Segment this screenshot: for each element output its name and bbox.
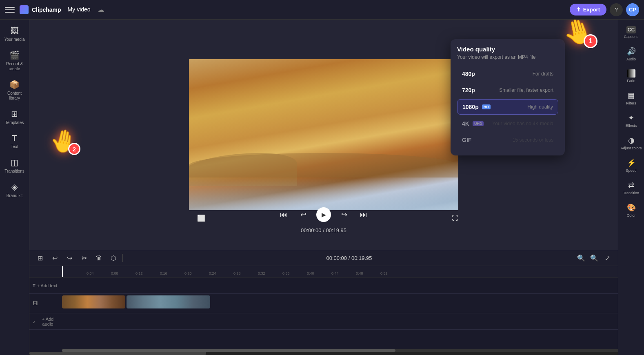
right-panel-speed[interactable]: ⚡ Speed [619, 155, 644, 176]
help-label: ? [615, 7, 617, 13]
audio-label: Audio [626, 57, 636, 61]
timeline-delete[interactable]: 🗑 [93, 252, 104, 264]
adjust-colors-label: Adjust colors [621, 146, 642, 150]
speed-icon: ⚡ [627, 158, 636, 167]
right-panel-audio[interactable]: 🔊 Audio [619, 44, 644, 64]
timeline-cut[interactable]: ✂ [78, 252, 90, 264]
quality-left-1080p: 1080p HD [462, 104, 491, 110]
timeline-ruler: 0:04 0:08 0:12 0:16 0:20 0:24 0:28 0:32 … [29, 266, 618, 277]
ruler-mark: 0:48 [356, 271, 363, 275]
quality-badge-uhd: UHD [473, 121, 484, 126]
caption-button[interactable]: ⬜ [197, 214, 205, 222]
project-name[interactable]: My video [66, 5, 92, 14]
ruler-mark: 0:16 [160, 271, 167, 275]
sidebar-label-brand-kit: Brand kit [7, 193, 22, 198]
fit-to-screen-button[interactable]: ⤢ [602, 252, 613, 264]
caption-icon: ⬜ [197, 215, 205, 222]
app-name: Clipchamp [32, 7, 61, 13]
timeline-magnetic-snap[interactable]: ⊞ [34, 252, 46, 264]
hamburger-menu[interactable] [5, 5, 15, 15]
export-button[interactable]: ⬆ Export [570, 4, 606, 16]
quality-option-gif[interactable]: GIF 15 seconds or less [457, 133, 558, 147]
your-media-icon: 🖼 [11, 26, 19, 36]
right-panel-captions[interactable]: CC Captions [619, 23, 644, 42]
sidebar-item-your-media[interactable]: 🖼 Your media [2, 23, 28, 45]
ruler-mark: 0:08 [111, 271, 118, 275]
quality-option-1080p[interactable]: 1080p HD High quality [457, 99, 558, 115]
timeline-redo[interactable]: ↪ [64, 252, 75, 264]
brand-kit-icon: ◈ [11, 182, 18, 192]
audio-track-row: ♪ + Add audio [29, 313, 618, 330]
quality-desc-1080p: High quality [527, 104, 553, 110]
play-button[interactable]: ▶ [316, 207, 331, 222]
text-track-row: T + Add text [29, 277, 618, 294]
audio-track-content [62, 313, 618, 329]
avatar-button[interactable]: CP [626, 3, 639, 16]
playhead[interactable] [62, 266, 63, 277]
sidebar-item-templates[interactable]: ⊞ Templates [2, 106, 28, 129]
skip-to-end-button[interactable]: ⏭ [357, 208, 370, 221]
export-icon: ⬆ [576, 7, 581, 13]
right-sidebar: CC Captions 🔊 Audio Fade ▤ Filters ✦ Eff… [618, 20, 644, 355]
ruler-marks: 0:04 0:08 0:12 0:16 0:20 0:24 0:28 0:32 … [62, 266, 618, 277]
bottom-scrollbar[interactable] [29, 352, 618, 355]
bottom-scrollbar-thumb[interactable] [29, 352, 206, 355]
video-clip-1[interactable] [62, 295, 125, 308]
ruler-mark: 0:24 [209, 271, 216, 275]
cursor-overlay-1: 🤚 1 [563, 20, 593, 44]
timeline-split[interactable]: ⬡ [108, 252, 119, 264]
quality-option-720p[interactable]: 720p Smaller file, faster export [457, 83, 558, 98]
quality-name-480p: 480p [462, 71, 475, 77]
video-track-label: 🎞 [29, 301, 62, 306]
timeline-undo[interactable]: ↩ [49, 252, 60, 264]
transition-icon: ⇄ [628, 181, 634, 190]
logo-icon [20, 5, 29, 14]
forward-button[interactable]: ↪ [338, 208, 351, 221]
timeline-toolbar-divider [122, 254, 123, 262]
sidebar-label-templates: Templates [5, 120, 24, 125]
audio-track-label: ♪ + Add audio [29, 317, 62, 326]
right-panel-color[interactable]: 🎨 Color [619, 200, 644, 221]
hand-cursor-1: 🤚 [560, 20, 596, 48]
record-create-icon: 🎬 [9, 50, 20, 60]
right-panel-adjust-colors[interactable]: ◑ Adjust colors [619, 133, 644, 153]
add-text-button[interactable]: + Add text [37, 283, 57, 288]
sidebar-item-brand-kit[interactable]: ◈ Brand kit [2, 179, 28, 202]
add-audio-button[interactable]: + Add audio [37, 317, 59, 326]
fullscreen-button[interactable]: ⛶ [452, 215, 458, 222]
sidebar-item-text[interactable]: T Text [2, 130, 28, 153]
captions-label: Captions [624, 35, 639, 39]
zoom-in-button[interactable]: 🔍 [588, 252, 600, 264]
quality-title: Video quality [457, 46, 558, 53]
right-panel-effects[interactable]: ✦ Effects [619, 110, 644, 131]
sidebar-label-your-media: Your media [4, 37, 24, 42]
quality-left-720p: 720p [462, 87, 475, 93]
sidebar-item-transitions[interactable]: ◫ Transitions [2, 154, 28, 177]
quality-dropdown: Video quality Your video will export as … [451, 39, 565, 155]
ruler-mark: 0:28 [233, 271, 241, 275]
preview-controls: ⏮ ↩ ▶ ↪ ⏭ [277, 207, 370, 222]
zoom-out-button[interactable]: 🔍 [575, 252, 587, 264]
help-button[interactable]: ? [610, 3, 623, 16]
ruler-mark: 0:04 [87, 271, 94, 275]
quality-option-480p[interactable]: 480p For drafts [457, 67, 558, 81]
quality-left-480p: 480p [462, 71, 475, 77]
transition-label: Transition [623, 191, 639, 195]
rewind-button[interactable]: ↩ [297, 208, 310, 221]
sidebar-item-content-library[interactable]: 📦 Content library [2, 76, 28, 104]
right-panel-transition[interactable]: ⇄ Transition [619, 178, 644, 198]
text-track-label: T + Add text [29, 283, 62, 288]
quality-option-4k[interactable]: 4K UHD Your video has no 4K media [457, 116, 558, 131]
topbar-right: ⬆ Export ? CP [570, 3, 639, 16]
avatar-label: CP [629, 7, 636, 13]
sidebar-item-record-create[interactable]: 🎬 Record & create [2, 47, 28, 75]
right-panel-filters[interactable]: ▤ Filters [619, 88, 644, 109]
ruler-mark: 0:52 [380, 271, 388, 275]
skip-to-start-button[interactable]: ⏮ [277, 208, 290, 221]
export-label: Export [583, 7, 600, 13]
video-track-content [62, 294, 618, 313]
right-panel-fade[interactable]: Fade [619, 66, 644, 86]
video-clip-2[interactable] [127, 295, 210, 308]
ruler-mark: 0:32 [258, 271, 265, 275]
cloud-icon: ☁ [97, 5, 104, 14]
